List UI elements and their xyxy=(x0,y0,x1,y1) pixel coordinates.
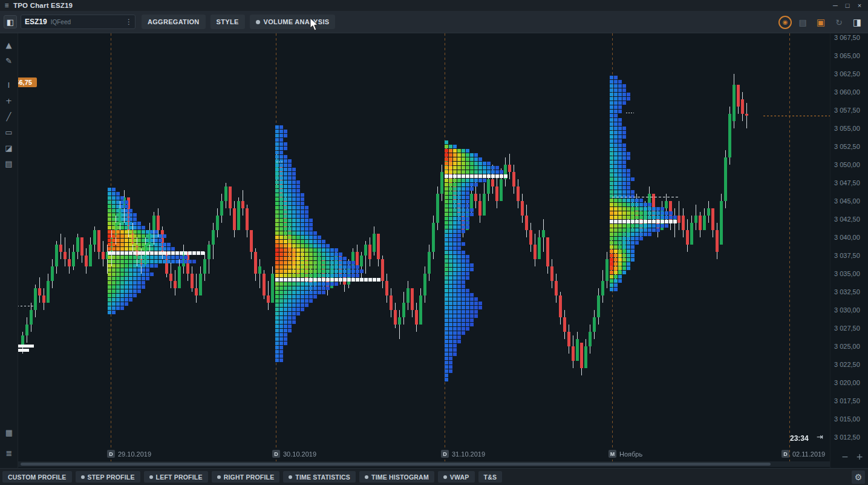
time-axis-label: D 30.10.2019 xyxy=(272,449,316,458)
volume-analysis-button[interactable]: VOLUME ANALYSIS xyxy=(250,15,336,29)
toolbar-right-icons: ◉ ▤ ▣ ↻ ◨ xyxy=(778,11,864,33)
maximize-button[interactable]: □ xyxy=(841,0,853,11)
price-axis-label: 3 062,50 xyxy=(834,70,860,78)
top-toolbar: ◧ ESZ19 IQFeed ⋮ AGGREGATION STYLE xyxy=(0,11,868,33)
time-axis-label: D 02.11.2019 xyxy=(782,449,825,458)
crosshair-tool-icon[interactable]: + xyxy=(2,93,16,108)
period-tag: D xyxy=(107,450,115,458)
zoom-in-button[interactable]: + xyxy=(854,451,865,462)
price-axis-label: 3 052,50 xyxy=(834,142,860,151)
price-axis-label: 3 012,50 xyxy=(834,433,860,441)
kebab-menu-icon[interactable]: ⋮ xyxy=(125,18,132,26)
aggregation-button[interactable]: AGGREGATION xyxy=(142,15,206,29)
price-axis-label: 3 065,00 xyxy=(834,51,860,60)
snapshot-icon[interactable]: ▦ xyxy=(2,425,16,440)
right-profile-button[interactable]: RIGHT PROFILE xyxy=(212,471,280,483)
price-axis-label: 3 057,50 xyxy=(834,106,860,114)
app-menu-icon[interactable]: ≡ xyxy=(0,1,13,10)
archive-icon[interactable]: ▤ xyxy=(795,15,810,30)
close-button[interactable]: × xyxy=(853,0,866,11)
time-axis-label: D 29.10.2019 xyxy=(107,449,151,458)
settings-button[interactable]: ⚙ xyxy=(852,470,865,484)
active-indicator-badge-icon[interactable]: ◉ xyxy=(778,16,792,29)
bullet-icon xyxy=(256,20,260,24)
bottom-toolbar: CUSTOM PROFILE STEP PROFILE LEFT PROFILE… xyxy=(0,468,868,485)
scrollbar-thumb[interactable] xyxy=(21,463,771,466)
chart-layout-button[interactable]: ◧ xyxy=(4,15,17,28)
price-axis-label: 3 037,50 xyxy=(834,251,860,260)
period-tag: D xyxy=(272,450,280,458)
price-axis[interactable]: 3 067,50 3 065,00 3 062,50 3 060,00 3 05… xyxy=(830,33,868,469)
chart-canvas[interactable] xyxy=(18,33,830,461)
drawing-tool-rail: ▲ ✎ Ⅰ + ╱ ▭ ◪ ▤ ▦ ≣ xyxy=(0,33,18,469)
price-axis-label: 3 015,00 xyxy=(834,415,860,423)
profile-tool-icon[interactable]: ▤ xyxy=(2,156,16,171)
price-axis-label: 3 032,50 xyxy=(834,288,860,296)
ts-button[interactable]: T&S xyxy=(478,471,503,483)
object-list-icon[interactable]: ≣ xyxy=(2,446,16,460)
bullet-icon xyxy=(149,475,153,479)
time-statistics-button[interactable]: TIME STATISTICS xyxy=(283,471,356,483)
left-profile-button[interactable]: LEFT PROFILE xyxy=(144,471,208,483)
trendline-tool-icon[interactable]: ╱ xyxy=(2,109,16,124)
bullet-icon xyxy=(81,475,85,479)
symbol-label: ESZ19 xyxy=(25,18,47,26)
price-axis-label: 3 035,00 xyxy=(834,269,860,278)
price-axis-label: 3 067,50 xyxy=(834,33,860,42)
price-axis-label: 3 020,00 xyxy=(834,378,860,387)
price-axis-label: 3 055,00 xyxy=(834,124,860,133)
period-tag: D xyxy=(441,450,449,458)
custom-profile-button[interactable]: CUSTOM PROFILE xyxy=(2,471,72,483)
text-tool-icon[interactable]: Ⅰ xyxy=(2,78,16,92)
price-axis-label: 3 025,00 xyxy=(834,342,860,351)
price-axis-label: 3 045,00 xyxy=(834,197,860,205)
price-axis-label: 3 042,50 xyxy=(834,215,860,223)
bullet-icon xyxy=(289,475,292,479)
period-tag: M xyxy=(609,450,616,458)
bullet-icon xyxy=(443,475,447,479)
bullet-icon xyxy=(365,475,368,479)
feed-label: IQFeed xyxy=(51,19,71,25)
goto-realtime-button[interactable]: ⇥ xyxy=(817,432,823,441)
price-axis-label: 3 047,50 xyxy=(834,179,860,187)
pencil-tool-icon[interactable]: ✎ xyxy=(2,53,16,68)
time-histogram-button[interactable]: TIME HISTOGRAM xyxy=(359,471,434,483)
panel-toggle-icon[interactable]: ◨ xyxy=(850,15,864,30)
price-axis-label: 3 027,50 xyxy=(834,324,860,332)
rectangle-tool-icon[interactable]: ▭ xyxy=(2,125,16,139)
pointer-tool-icon[interactable]: ▲ xyxy=(2,38,16,52)
horizontal-scrollbar[interactable] xyxy=(18,461,830,467)
price-axis-label: 3 050,00 xyxy=(834,160,860,169)
symbol-selector[interactable]: ESZ19 IQFeed ⋮ xyxy=(21,15,135,29)
clock-label: 23:34 xyxy=(790,434,809,443)
tpo-chart-window: ≡ TPO Chart ESZ19 ─ □ × ◧ ESZ19 IQFeed ⋮… xyxy=(0,0,868,485)
vwap-button[interactable]: VWAP xyxy=(438,471,475,483)
price-axis-label: 3 040,00 xyxy=(834,233,860,242)
gift-icon[interactable]: ▣ xyxy=(814,15,828,30)
sync-icon[interactable]: ↻ xyxy=(832,15,846,30)
window-controls: ─ □ × xyxy=(829,0,866,11)
style-button[interactable]: STYLE xyxy=(210,15,245,29)
time-axis-label: M Ноябрь xyxy=(609,449,642,458)
price-axis-label: 3 017,50 xyxy=(834,397,860,405)
eraser-tool-icon[interactable]: ◪ xyxy=(2,140,16,155)
toolbar-buttons: AGGREGATION STYLE VOLUME ANALYSIS xyxy=(142,15,335,29)
zoom-out-button[interactable]: − xyxy=(840,451,850,462)
price-axis-label: 3 022,50 xyxy=(834,360,860,369)
bullet-icon xyxy=(217,475,221,479)
price-axis-label: 3 030,00 xyxy=(834,306,860,314)
period-tag: D xyxy=(782,450,789,458)
minimize-button[interactable]: ─ xyxy=(829,0,841,11)
time-axis-label: D 31.10.2019 xyxy=(441,449,485,458)
price-axis-label: 3 060,00 xyxy=(834,88,860,96)
step-profile-button[interactable]: STEP PROFILE xyxy=(76,471,140,483)
window-title: TPO Chart ESZ19 xyxy=(13,2,73,9)
titlebar: ≡ TPO Chart ESZ19 ─ □ × xyxy=(0,0,868,11)
